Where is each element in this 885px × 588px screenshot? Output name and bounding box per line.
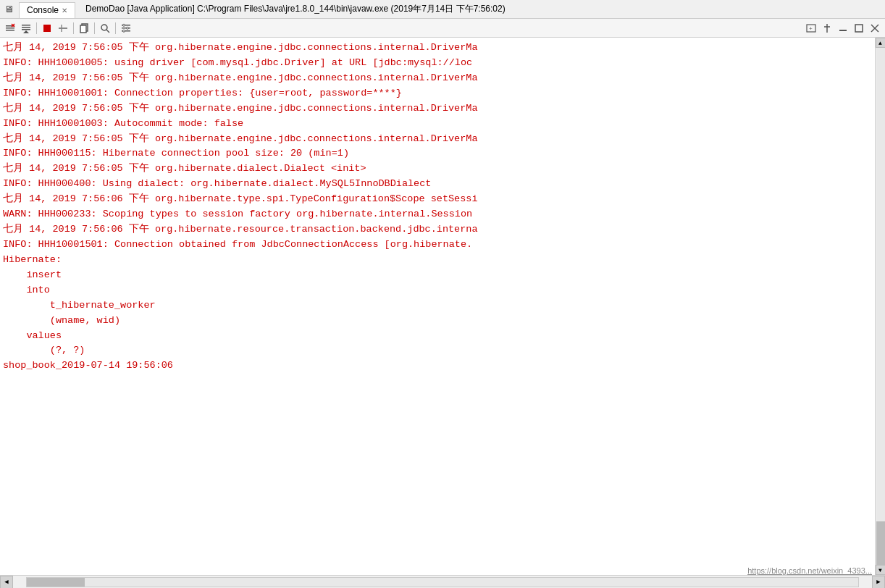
svg-rect-1 [6, 28, 14, 29]
console-tab[interactable]: Console ✕ [19, 2, 75, 18]
log-line: 七月 14, 2019 7:56:06 下午 org.hibernate.typ… [3, 192, 872, 207]
log-line: t_hibernate_worker [3, 298, 872, 314]
find-button[interactable] [98, 21, 112, 35]
h-scroll-track[interactable] [26, 577, 859, 587]
terminate-button[interactable] [40, 21, 54, 35]
log-line: 七月 14, 2019 7:56:05 下午 org.hibernate.eng… [3, 71, 872, 86]
svg-point-21 [123, 30, 125, 32]
toolbar: + [0, 19, 885, 38]
copy-button[interactable] [77, 21, 91, 35]
title-bar: 🖥 Console ✕ DemoDao [Java Application] C… [0, 0, 885, 19]
log-line: shop_book_2019-07-14 19:56:06 [3, 358, 872, 374]
log-line: 七月 14, 2019 7:56:05 下午 org.hibernate.eng… [3, 41, 872, 56]
log-line: (wname, wid) [3, 314, 872, 329]
toolbar-separator-1 [36, 22, 37, 34]
tab-label: Console [27, 5, 59, 15]
bottom-scrollbar: ◀ ▶ [0, 575, 885, 588]
scroll-right-button[interactable]: ▶ [872, 576, 885, 589]
svg-rect-9 [43, 25, 51, 32]
log-line: INFO: HHH10001001: Connection properties… [3, 86, 872, 101]
log-line: WARN: HHH000233: Scoping types to sessio… [3, 207, 872, 222]
svg-marker-8 [23, 30, 29, 33]
log-line: insert [3, 268, 872, 283]
scroll-lock-button[interactable] [19, 21, 33, 35]
svg-point-20 [127, 27, 129, 29]
toolbar-separator-4 [115, 22, 116, 34]
copy-icon [79, 23, 89, 33]
console-icon: 🖥 [4, 4, 14, 14]
toolbar-separator-3 [94, 22, 95, 34]
svg-rect-10 [59, 28, 67, 29]
tab-close-icon[interactable]: ✕ [62, 7, 67, 14]
terminate-icon [42, 23, 52, 33]
pin-icon [822, 23, 832, 33]
log-line: 七月 14, 2019 7:56:06 下午 org.hibernate.res… [3, 222, 872, 238]
log-line: into [3, 283, 872, 298]
v-scroll-track[interactable] [876, 48, 885, 565]
preferences-button[interactable] [119, 21, 133, 35]
svg-point-19 [123, 24, 125, 26]
v-scroll-thumb[interactable] [876, 521, 885, 565]
scroll-left-button[interactable]: ◀ [0, 576, 13, 589]
svg-rect-6 [22, 27, 30, 28]
log-line: 七月 14, 2019 7:56:05 下午 org.hibernate.eng… [3, 132, 872, 147]
svg-rect-2 [6, 30, 14, 31]
scroll-up-button[interactable]: ▲ [876, 38, 886, 48]
log-line: (?, ?) [3, 343, 872, 358]
log-line: INFO: HHH10001003: Autocommit mode: fals… [3, 117, 872, 132]
console-area[interactable]: 七月 14, 2019 7:56:05 下午 org.hibernate.eng… [0, 38, 875, 575]
svg-line-15 [106, 30, 109, 33]
console-content: 七月 14, 2019 7:56:05 下午 org.hibernate.eng… [0, 41, 875, 374]
maximize-button[interactable] [852, 21, 866, 35]
log-line: INFO: HHH000400: Using dialect: org.hibe… [3, 177, 872, 192]
log-line: 七月 14, 2019 7:56:05 下午 org.hibernate.dia… [3, 161, 872, 177]
log-line: Hibernate: [3, 253, 872, 268]
log-line: INFO: HHH000115: Hibernate connection po… [3, 146, 872, 161]
find-icon [100, 23, 110, 33]
clear-icon [5, 23, 15, 33]
svg-rect-26 [839, 30, 847, 31]
disconnect-button[interactable] [56, 21, 70, 35]
pin-button[interactable] [820, 21, 834, 35]
svg-rect-27 [855, 25, 863, 32]
scroll-lock-icon [21, 23, 31, 33]
maximize-icon [854, 23, 864, 33]
new-console-button[interactable]: + [804, 21, 818, 35]
disconnect-icon [58, 23, 68, 33]
svg-point-14 [101, 25, 107, 30]
svg-rect-13 [80, 25, 86, 33]
right-scrollbar: ▲ ▼ [875, 38, 885, 575]
close-view-button[interactable] [868, 21, 882, 35]
toolbar-separator-2 [73, 22, 74, 34]
minimize-icon [838, 23, 848, 33]
app-title: DemoDao [Java Application] C:\Program Fi… [80, 3, 881, 15]
preferences-icon [121, 23, 131, 33]
minimize-button[interactable] [836, 21, 850, 35]
log-line: 七月 14, 2019 7:56:05 下午 org.hibernate.eng… [3, 101, 872, 117]
scroll-down-button[interactable]: ▼ [876, 565, 886, 575]
log-line: INFO: HHH10001501: Connection obtained f… [3, 238, 872, 253]
svg-rect-5 [22, 25, 30, 26]
log-line: INFO: HHH10001005: using driver [com.mys… [3, 56, 872, 71]
log-line: values [3, 329, 872, 344]
new-console-icon: + [806, 23, 816, 33]
clear-button[interactable] [3, 21, 17, 35]
svg-text:+: + [809, 25, 813, 32]
h-scroll-thumb[interactable] [27, 578, 85, 587]
close-view-icon [870, 23, 880, 33]
svg-rect-7 [22, 29, 30, 30]
console-wrapper: 七月 14, 2019 7:56:05 下午 org.hibernate.eng… [0, 38, 885, 575]
